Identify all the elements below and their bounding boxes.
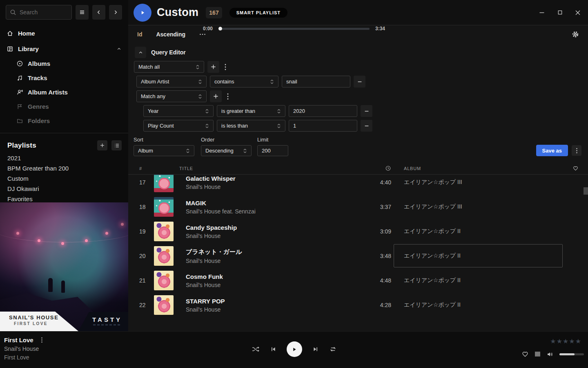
album-artists-icon <box>16 89 23 96</box>
track-row[interactable]: 22 STARRY POP Snail's House 4:28 エイリアン☆ポ… <box>128 293 588 317</box>
track-row[interactable]: 17 Galactic Whisper Snail's House 4:40 エ… <box>128 175 588 195</box>
rule-operator-select[interactable]: contains <box>210 76 278 88</box>
track-row[interactable]: 21 Cosmo Funk Snail's House 4:48 エイリアン☆ポ… <box>128 268 588 293</box>
seek-bar[interactable] <box>218 28 370 30</box>
rule-value-input[interactable] <box>289 105 357 117</box>
group-menu-button[interactable] <box>225 93 231 100</box>
play-pause-button[interactable] <box>287 341 302 357</box>
save-menu-button[interactable] <box>572 145 581 156</box>
queue-button[interactable] <box>534 351 541 357</box>
sidebar-item-folders[interactable]: Folders <box>0 114 128 128</box>
minimize-button[interactable] <box>539 10 545 16</box>
settings-button[interactable] <box>572 31 579 38</box>
sort-field-button[interactable]: Id <box>137 31 142 38</box>
maximize-button[interactable] <box>557 10 563 16</box>
track-artist: Snail's House feat. Sennzai <box>186 208 363 215</box>
rule-field-select[interactable]: Year <box>143 105 214 117</box>
track-row[interactable]: 19 Candy Spaceship Snail's House 3:09 エイ… <box>128 219 588 244</box>
track-album[interactable]: エイリアン☆ポップ III <box>391 203 563 211</box>
close-button[interactable] <box>575 10 581 16</box>
dots-vertical-icon <box>576 148 578 154</box>
chevron-right-icon <box>113 9 118 15</box>
sort-direction-button[interactable]: Ascending <box>156 31 185 38</box>
rule-field-select[interactable]: Album Artist <box>136 76 207 88</box>
track-album[interactable]: エイリアン☆ポップ II <box>391 252 563 260</box>
playlist-item[interactable]: 2021 <box>0 153 128 163</box>
playlists-title: Playlists <box>7 141 36 150</box>
rule-value-field[interactable] <box>293 123 353 129</box>
playlist-item[interactable]: BPM Greater than 200 <box>0 163 128 173</box>
track-title: Galactic Whisper <box>186 175 363 182</box>
sidebar-item-album-artists[interactable]: Album Artists <box>0 85 128 99</box>
favorite-button[interactable] <box>521 350 529 358</box>
forward-button[interactable] <box>109 5 122 20</box>
play-icon <box>139 9 146 16</box>
next-button[interactable] <box>312 346 319 352</box>
sidebar-item-albums[interactable]: Albums <box>0 56 128 71</box>
limit-input[interactable] <box>257 145 288 156</box>
save-as-button[interactable]: Save as <box>536 145 568 156</box>
minus-icon <box>357 79 363 85</box>
play-playlist-button[interactable] <box>134 4 151 22</box>
shuffle-button[interactable] <box>252 346 260 352</box>
remove-rule-button[interactable] <box>361 105 372 117</box>
scrollbar-thumb[interactable] <box>584 187 588 195</box>
volume-slider[interactable] <box>559 353 584 355</box>
add-rule-button[interactable] <box>207 61 219 73</box>
sort-select[interactable]: Album <box>134 145 194 156</box>
match-select[interactable]: Match all <box>134 61 204 73</box>
group-menu-button[interactable] <box>223 63 228 71</box>
rule-value-input[interactable] <box>282 76 350 88</box>
sidebar-item-home[interactable]: Home <box>0 25 128 41</box>
column-number[interactable]: # <box>139 166 154 171</box>
volume-button[interactable] <box>546 351 554 358</box>
add-rule-button[interactable] <box>210 90 222 102</box>
playlist-item[interactable]: DJ Okawari <box>0 184 128 194</box>
select-updown-icon <box>198 79 202 84</box>
rule-value-input[interactable] <box>289 120 357 132</box>
rule-value-field[interactable] <box>286 79 346 85</box>
column-favorite[interactable] <box>563 165 588 171</box>
rule-field-value: Year <box>148 108 158 114</box>
track-row[interactable]: 20 プラネット・ガール Snail's House 3:48 エイリアン☆ポッ… <box>128 244 588 268</box>
repeat-button[interactable] <box>329 346 337 352</box>
sidebar-item-genres[interactable]: Genres <box>0 99 128 114</box>
back-button[interactable] <box>92 5 105 20</box>
track-album[interactable]: エイリアン☆ポップ II <box>391 277 563 284</box>
playlist-item[interactable]: Custom <box>0 173 128 184</box>
track-album[interactable]: エイリアン☆ポップ II <box>391 301 563 309</box>
order-select[interactable]: Descending <box>201 145 252 156</box>
rule-operator-value: contains <box>214 79 234 85</box>
track-album[interactable]: エイリアン☆ポップ II <box>391 228 563 235</box>
column-title[interactable]: TITLE <box>179 166 363 171</box>
column-duration[interactable] <box>363 165 391 171</box>
sidebar-item-tracks[interactable]: Tracks <box>0 71 128 85</box>
column-album[interactable]: ALBUM <box>391 166 563 171</box>
query-editor-collapse-button[interactable] <box>135 47 146 58</box>
search-input[interactable] <box>20 9 68 16</box>
menu-button[interactable] <box>76 5 89 20</box>
repeat-icon <box>329 346 337 352</box>
search-box[interactable] <box>6 5 72 20</box>
more-options-button[interactable] <box>199 33 206 36</box>
remove-rule-button[interactable] <box>361 120 372 132</box>
track-number: 18 <box>139 204 154 210</box>
chevron-up-icon[interactable] <box>116 46 122 52</box>
seek-knob[interactable] <box>218 27 222 31</box>
track-album[interactable]: エイリアン☆ポップ III <box>391 179 563 186</box>
previous-button[interactable] <box>270 346 276 352</box>
rule-operator-select[interactable]: is less than <box>217 120 285 132</box>
sidebar-item-library[interactable]: Library <box>0 41 128 56</box>
match-select[interactable]: Match any <box>136 90 207 102</box>
rule-operator-select[interactable]: is greater than <box>217 105 285 117</box>
rule-field-value: Album Artist <box>141 79 169 85</box>
rule-value-field[interactable] <box>293 108 353 114</box>
rule-field-select[interactable]: Play Count <box>143 120 214 132</box>
track-row[interactable]: 18 MAGIK Snail's House feat. Sennzai 3:3… <box>128 195 588 219</box>
library-icon <box>7 45 13 52</box>
add-playlist-button[interactable] <box>97 140 107 150</box>
limit-field[interactable] <box>262 148 284 154</box>
playlist-list-button[interactable] <box>111 140 122 150</box>
remove-rule-button[interactable] <box>354 76 365 88</box>
rating-stars[interactable]: ★★★★★ <box>550 337 581 345</box>
